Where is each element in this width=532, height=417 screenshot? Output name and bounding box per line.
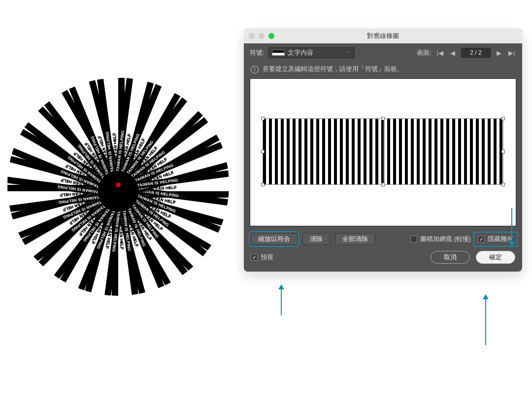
info-icon: i bbox=[251, 66, 259, 73]
clear-all-button[interactable]: 全部清除 bbox=[335, 233, 375, 245]
map-art-dialog: 對應線條圖 符號: 文字內容 ﹀ 表面: |◀ ◀ 2 / 2 ▶ ▶| i 若… bbox=[244, 29, 522, 272]
shade-label: 圖稿加網底 (較慢) bbox=[420, 235, 471, 243]
surface-page-field[interactable]: 2 / 2 bbox=[461, 48, 491, 58]
dialog-title: 對應線條圖 bbox=[244, 32, 522, 40]
hide-geometry-checkbox[interactable]: 隱藏幾何 bbox=[478, 235, 513, 243]
action-button-row: 縮放以符合 清除 全部清除 圖稿加網底 (較慢) 隱藏幾何 bbox=[244, 233, 522, 251]
canvas-artwork: TAIWAN CAN HELPTAIWAN IS HELPINGTAIWAN I… bbox=[7, 74, 229, 296]
annotation-arrow bbox=[485, 298, 486, 345]
next-surface-button[interactable]: ▶ bbox=[495, 48, 503, 57]
zoom-icon[interactable] bbox=[268, 33, 274, 39]
dialog-footer: 預視 取消 確定 bbox=[244, 251, 522, 272]
hint-text: 若要建立及編輯這些符號，請使用「符號」面板。 bbox=[263, 65, 403, 73]
checkbox-icon bbox=[251, 254, 258, 261]
artwork-center bbox=[116, 182, 121, 187]
first-surface-button[interactable]: |◀ bbox=[435, 48, 444, 57]
surface-label: 表面: bbox=[417, 48, 432, 57]
hint-row: i 若要建立及編輯這些符號，請使用「符號」面板。 bbox=[244, 62, 522, 78]
close-icon[interactable] bbox=[249, 33, 255, 39]
ok-button[interactable]: 確定 bbox=[476, 251, 515, 264]
preview-area[interactable] bbox=[250, 78, 516, 226]
dialog-toolbar: 符號: 文字內容 ﹀ 表面: |◀ ◀ 2 / 2 ▶ ▶| bbox=[244, 43, 522, 62]
symbol-value: 文字內容 bbox=[288, 48, 313, 57]
last-surface-button[interactable]: ▶| bbox=[507, 48, 516, 57]
checkbox-icon bbox=[478, 236, 485, 243]
shade-checkbox[interactable]: 圖稿加網底 (較慢) bbox=[410, 235, 471, 243]
preview-pattern bbox=[263, 118, 503, 185]
preview-label: 預視 bbox=[261, 253, 273, 262]
symbol-select[interactable]: 文字內容 ﹀ bbox=[268, 47, 355, 58]
prev-surface-button[interactable]: ◀ bbox=[448, 48, 457, 57]
window-controls bbox=[249, 33, 274, 39]
annotation-arrow bbox=[281, 288, 282, 315]
checkbox-icon bbox=[410, 236, 417, 243]
dialog-titlebar[interactable]: 對應線條圖 bbox=[244, 29, 522, 43]
symbol-swatch-icon bbox=[272, 50, 285, 56]
symbol-label: 符號: bbox=[250, 48, 265, 57]
preview-checkbox[interactable]: 預視 bbox=[251, 253, 273, 262]
scale-to-fit-button[interactable]: 縮放以符合 bbox=[251, 233, 298, 245]
cancel-button[interactable]: 取消 bbox=[431, 251, 470, 264]
clear-button[interactable]: 清除 bbox=[302, 233, 330, 245]
chevron-down-icon: ﹀ bbox=[346, 49, 351, 56]
minimize-icon[interactable] bbox=[259, 33, 265, 39]
annotation-arrow bbox=[511, 208, 512, 243]
